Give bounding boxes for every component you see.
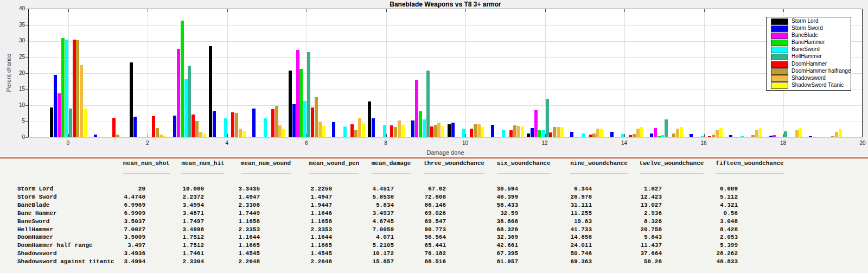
header-underline [181,174,224,174]
legend-entry: BaneBlade [767,31,851,39]
table-cell: 28.262 [667,250,738,257]
header-underline [123,174,170,174]
bar [296,50,299,137]
bar [192,115,195,137]
table-cell: 1.1665 [261,242,332,249]
table-cell: 67.02 [375,186,446,192]
row-label: Bane Hammer [17,210,57,217]
table-cell: 14.858 [521,234,592,240]
bar [264,118,267,137]
bar [50,107,53,137]
table-cell: 11.255 [521,210,592,217]
bar [292,104,296,137]
x-tick-label: 14 [614,140,635,146]
bar [765,137,769,137]
x-tick-mark [68,9,69,12]
row-label: HellHammer [17,226,53,233]
x-tick-mark [624,134,625,137]
bar [437,123,441,137]
bar [156,128,159,137]
bar [231,112,234,137]
x-tick-mark [862,134,863,137]
bar [640,127,643,137]
legend-label: DoomHammer [792,61,827,67]
bar [390,125,393,137]
bar [73,40,76,137]
table-cell: 4.321 [667,202,738,208]
table-cell: 32.369 [448,234,518,240]
y-tick-label: 40 [9,5,25,11]
x-tick-label: 16 [693,140,714,146]
bar [592,134,596,137]
bar [665,119,668,137]
bar [69,109,72,138]
bar [275,106,278,137]
x-tick-mark [545,9,546,12]
bar [607,137,610,137]
x-tick-mark [465,9,466,12]
x-axis-label: Damage done [28,149,863,156]
bar [84,109,87,138]
legend-entry: DoomHammer halfrange [767,67,851,74]
bar [315,97,318,137]
bar [557,127,560,137]
x-tick-label: 20 [852,140,868,146]
y-tick-label: 5 [9,118,25,124]
table-cell: 37.664 [591,250,662,257]
table-cell: 86.146 [375,202,446,208]
legend-label: ShadowSword Titanic [792,82,844,88]
bar [188,66,191,137]
table-cell: 1.4545 [261,250,332,257]
table-cell: 1.1644 [189,234,260,240]
y-tick-mark [25,105,28,106]
bar [213,111,216,137]
legend: Storm LordStorm SwordBaneBladeBaneHammer… [766,17,851,91]
bar [252,109,256,138]
table-cell: 5.112 [667,194,738,200]
legend-entry: BaneSword [767,46,851,53]
bar [311,107,314,137]
table-cell: 20.758 [591,226,662,233]
bar [741,136,744,137]
header-underline [716,174,783,174]
bar [133,117,137,137]
bar [546,99,549,137]
table-cell: 90.773 [375,226,446,233]
table-cell: 8.326 [591,218,662,225]
bar [350,124,354,137]
bar [672,134,675,137]
table-cell: 2.2258 [261,186,332,192]
table-cell: 2.053 [667,234,738,240]
grid-line-vertical [148,9,148,137]
table-cell: 12.423 [591,194,662,200]
table-cell: 1.1658 [261,218,332,225]
bar [130,62,133,137]
x-tick-label: 2 [137,140,158,146]
bar [322,126,326,138]
table-cell: 2.3353 [261,226,332,233]
bar [719,128,723,137]
header-underline [309,174,359,174]
y-tick-label: 0 [9,134,25,140]
x-tick-mark [227,9,228,12]
bar [181,21,184,137]
table-cell: 3.048 [667,218,738,225]
x-tick-mark [704,134,705,137]
table-cell: 1.1665 [189,242,260,249]
bar [521,126,524,137]
table-cell: 19.83 [521,218,592,225]
bar [795,130,799,137]
bar [654,128,657,137]
bar [773,135,776,137]
bar [716,130,719,137]
bar [401,125,405,137]
y-tick-label: 30 [9,37,25,43]
table-cell: 5.843 [591,234,662,240]
bar [600,129,603,137]
legend-label: Storm Lord [792,18,818,24]
table-cell: 3.3435 [189,186,260,192]
y-tick-label: 15 [9,86,25,92]
grid-line-vertical [227,9,228,137]
legend-entry: ShadowSword Titanic [767,81,851,88]
header-underline [241,174,291,174]
